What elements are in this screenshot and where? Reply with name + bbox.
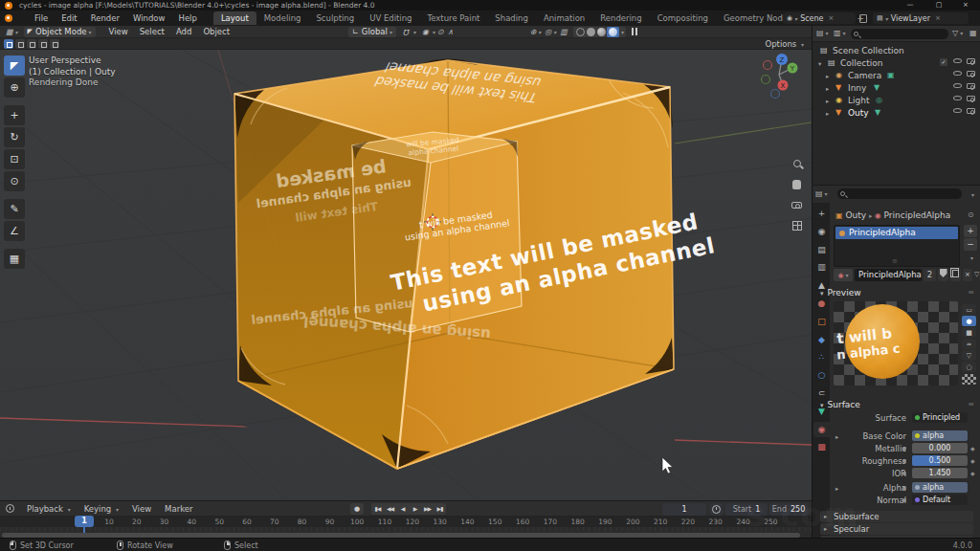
properties-tab-modifiers[interactable]: ◆ [813,332,830,347]
outliner-row-inny[interactable]: ▸ ▼ Inny ▼ [813,82,980,95]
ior-slider[interactable]: 1.450 [912,468,968,478]
surface-panel-header[interactable]: ▾Surface [820,400,860,409]
properties-tab-world[interactable]: ● [813,296,830,311]
outliner-search-input[interactable] [851,29,948,39]
tool-add-cube[interactable]: ▦ [4,249,25,269]
viewport-menu-object[interactable]: Object [197,27,235,36]
workspace-tab-shading[interactable]: Shading [487,11,536,25]
options-dropdown[interactable]: Options ▾ [765,39,804,49]
transport-play-reverse-button[interactable]: ◀ [396,503,409,515]
workspace-tab-uv-editing[interactable]: UV Editing [362,11,419,25]
tool-scale[interactable]: ⊡ [4,149,25,169]
workspace-tab-layout[interactable]: Layout [213,11,256,25]
properties-tab-constraints[interactable]: ⊂ [813,386,830,401]
filter-funnel-icon[interactable]: ▽ [974,271,979,278]
properties-options-chevron[interactable]: ▾ [971,191,974,198]
material-slot-list[interactable]: PrincipledAlpha ≡ [834,225,960,267]
preview-world-toggle[interactable] [962,374,976,385]
timeline-menu-marker[interactable]: Marker [159,503,198,515]
properties-tab-view-layer[interactable]: ▥ [813,259,830,275]
hide-eye-icon[interactable] [953,58,962,63]
properties-search-input[interactable] [837,188,962,199]
shading-rendered-selected[interactable] [607,27,619,37]
hide-eye-icon[interactable] [953,108,962,113]
workspace-tab-rendering[interactable]: Rendering [592,11,649,25]
expand-icon[interactable]: ▾ [818,60,821,68]
current-frame-field[interactable]: 1 [662,503,706,516]
inner-cube[interactable] [352,132,522,332]
breadcrumb-object[interactable]: Outy [845,210,866,220]
expand-icon[interactable]: ▸ [826,73,829,80]
menu-help[interactable]: Help [171,11,203,25]
tool-move[interactable]: + [4,105,25,125]
pan-view-icon[interactable] [789,176,805,192]
preview-shape-hair[interactable]: ≈ [962,339,976,349]
properties-tab-physics[interactable]: ○ [813,367,830,383]
select-mode-new-icon[interactable] [4,39,13,49]
properties-tab-tool[interactable]: + [813,206,830,221]
frame-end-field[interactable]: End250 [769,503,808,516]
proportional-editing-icon[interactable]: ◉ [422,28,429,36]
expand-icon[interactable]: ▸ [835,433,838,441]
outliner-row-camera[interactable]: ▸ ◉ Camera ▣ [813,70,980,82]
preview-shape-cube[interactable]: ■ [962,327,976,338]
pause-button[interactable] [632,28,637,35]
shading-solid-icon[interactable] [587,28,595,36]
gizmo-neg-x[interactable] [764,61,772,70]
transform-orientation-dropdown[interactable]: ∟ Global ▾ [348,27,396,37]
camera-view-icon[interactable] [789,197,805,213]
preview-shape-fluid[interactable]: ○ [962,362,976,372]
disable-render-icon[interactable] [967,83,975,89]
snap-magnet-icon[interactable]: Ω [404,28,410,36]
users-count-button[interactable]: 2 [924,269,936,281]
navigation-gizmo[interactable]: Z Y X [762,54,798,99]
metallic-slider[interactable]: 0.000 [912,443,968,453]
panel-grip-icon[interactable]: ≡ [968,288,974,297]
gizmo-neg-z[interactable] [771,90,780,99]
mode-dropdown[interactable]: ◤ Object Mode ▾ [24,27,96,37]
timeline-menu-keying[interactable]: Keying ▾ [78,503,124,515]
keyframe-icon[interactable]: ◆ [970,445,975,452]
3d-viewport[interactable]: Z Y X ◤⊕+↻⊡⊙✎∠▦ User Perspective (1) Col… [0,50,812,500]
disable-render-icon[interactable] [967,58,975,64]
close-button[interactable]: × [955,0,976,11]
select-mode-invert-icon[interactable] [38,39,48,49]
show-gizmo-icon[interactable]: ⊕▾ [530,28,542,36]
transport-next-keyframe-button[interactable]: ▶▶ [421,503,434,515]
collection-checkbox[interactable]: ✓ [940,58,947,66]
keyframe-icon[interactable]: ◆ [970,457,975,464]
timeline-menu-view[interactable]: View [126,503,157,515]
base-color-field[interactable]: alpha (b).tga [912,430,968,441]
workspace-tab-animation[interactable]: Animation [536,11,592,25]
viewport-menu-select[interactable]: Select [134,27,170,36]
menu-window[interactable]: Window [126,11,172,25]
new-scene-icon[interactable] [859,14,867,23]
breadcrumb-material[interactable]: PrincipledAlpha [884,210,951,220]
xray-toggle-icon[interactable]: ▥ [560,28,568,36]
maximize-button[interactable]: ▢ [928,0,949,11]
workspace-tab-sculpting[interactable]: Sculpting [308,11,362,25]
workspace-tab-modeling[interactable]: Modeling [256,11,309,25]
remove-slot-button[interactable]: − [964,238,977,251]
select-mode-extend-icon[interactable] [15,39,25,49]
expand-icon[interactable]: ▸ [826,98,829,105]
use-preview-range-button[interactable] [710,503,723,516]
panel-specular[interactable]: ▸Specular [820,523,973,535]
perspective-toggle-icon[interactable] [789,217,805,233]
disable-render-icon[interactable] [967,96,975,101]
tool-annotate[interactable]: ✎ [4,199,25,219]
overlays-icon[interactable]: ◎▾ [545,28,556,36]
expand-icon[interactable]: ▸ [835,485,838,493]
timeline-ruler[interactable]: 1102030405060708090100110120130140150160… [0,517,812,527]
properties-tab-render[interactable]: ◉ [813,224,830,239]
tool-transform[interactable]: ⊙ [4,171,25,191]
auto-keying-button[interactable]: ● [350,503,364,515]
editor-type-icon[interactable]: ▦▾ [6,28,18,36]
properties-tab-object[interactable]: □ [813,314,830,329]
menu-edit[interactable]: Edit [55,11,83,25]
tool-cursor[interactable]: ⊕ [4,77,25,98]
slot-specials-chevron[interactable]: ▾ [970,254,973,261]
transport-prev-keyframe-button[interactable]: ◀◀ [384,503,396,515]
unlink-button[interactable]: × [963,269,972,281]
timeline-editor-icon[interactable] [6,504,14,513]
